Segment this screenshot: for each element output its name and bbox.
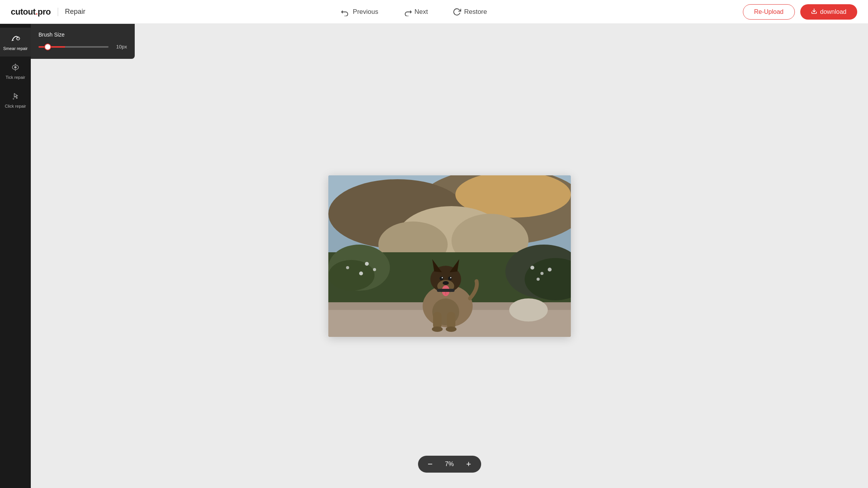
sidebar-item-smear-repair[interactable]: Smear repair [0,28,31,57]
header-center: Previous Next Restore [85,5,743,18]
reupload-button[interactable]: Re-Upload [743,4,794,20]
svg-point-16 [365,262,369,266]
click-repair-icon [10,91,21,102]
svg-point-22 [530,266,534,270]
zoom-out-icon: − [428,459,433,469]
zoom-value: 7% [443,461,457,468]
svg-point-4 [13,98,14,100]
header-divider [58,8,58,16]
svg-point-36 [448,276,452,280]
undo-icon [341,8,350,16]
svg-point-3 [14,66,17,68]
svg-point-39 [443,281,449,285]
logo-text: cutout.pro [11,7,51,17]
brush-panel: Brush Size 10px [31,24,135,59]
restore-button[interactable]: Restore [448,5,492,18]
svg-point-28 [509,298,548,321]
download-icon [811,8,817,16]
brush-size-slider[interactable] [38,46,109,48]
svg-point-24 [548,268,552,271]
sidebar: Smear repair Tick repair C [0,24,31,488]
brush-slider-row: 10px [38,44,127,50]
svg-point-19 [346,266,349,269]
previous-label: Previous [353,8,378,16]
svg-point-23 [540,272,544,275]
next-label: Next [415,8,428,16]
image-container [328,175,571,337]
main-layout: Smear repair Tick repair C [0,24,868,488]
zoom-in-icon: + [466,459,471,469]
sidebar-item-tick-repair[interactable]: Tick repair [0,57,31,85]
redo-icon [403,8,411,16]
svg-point-35 [440,276,443,280]
logo[interactable]: cutout.pro [11,7,51,17]
restore-icon [453,8,461,16]
zoom-in-button[interactable]: + [463,459,474,470]
svg-point-17 [373,268,376,271]
tick-repair-label: Tick repair [6,75,25,80]
svg-point-45 [446,326,457,332]
previous-button[interactable]: Previous [337,5,383,18]
svg-point-37 [442,277,443,278]
svg-rect-46 [437,289,455,292]
canvas-area: − 7% + [31,24,868,488]
brush-panel-title: Brush Size [38,32,127,38]
smear-repair-icon [10,33,21,44]
zoom-controls: − 7% + [418,456,481,473]
download-button[interactable]: download [800,4,858,20]
next-button[interactable]: Next [398,5,433,18]
download-label: download [820,8,847,15]
svg-point-44 [432,326,443,332]
restore-label: Restore [464,8,487,16]
brush-value: 10px [113,44,127,50]
svg-point-25 [537,278,540,281]
main-image[interactable] [328,175,571,337]
zoom-out-button[interactable]: − [425,459,436,470]
smear-repair-label: Smear repair [3,46,28,51]
header: cutout.pro Repair Previous Next [0,0,868,24]
click-repair-label: Click repair [5,104,26,109]
tick-repair-icon [10,62,21,73]
page-title: Repair [65,8,85,16]
svg-point-18 [359,271,363,275]
svg-point-38 [450,277,451,278]
sidebar-item-click-repair[interactable]: Click repair [0,85,31,114]
header-right: Re-Upload download [743,4,857,20]
